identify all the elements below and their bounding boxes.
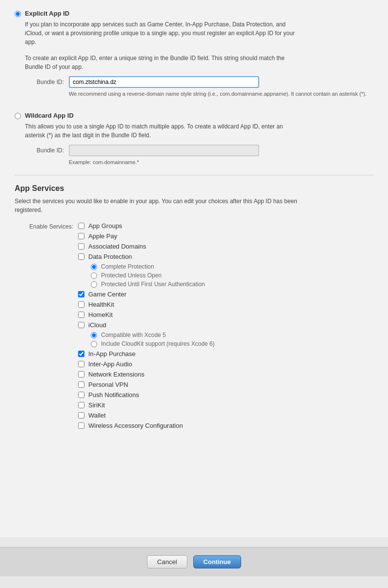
services-list: App GroupsApple PayAssociated DomainsDat… (78, 222, 373, 432)
explicit-app-title: Explicit App ID (25, 10, 373, 17)
service-item: Wallet (78, 412, 373, 419)
sub-option-label: Compatible with Xcode 5 (101, 332, 166, 338)
service-label: Apple Pay (88, 232, 117, 240)
wildcard-bundle-input[interactable] (69, 145, 259, 156)
service-label: Wireless Accessory Configuration (88, 422, 183, 429)
wildcard-app-radio[interactable] (15, 113, 21, 119)
explicit-app-radio[interactable] (15, 11, 21, 17)
service-checkbox-sirikit[interactable] (78, 402, 84, 408)
service-label: Personal VPN (88, 381, 128, 388)
explicit-app-section: Explicit App ID If you plan to incorpora… (15, 10, 373, 98)
service-item: SiriKit (78, 401, 373, 409)
service-checkbox-healthkit[interactable] (78, 301, 84, 308)
explicit-bundle-id-row: Bundle ID: (25, 76, 373, 88)
sub-radio[interactable] (91, 264, 97, 270)
wildcard-bundle-hint: Example: com.domainname.* (69, 158, 373, 167)
service-item: In-App Purchase (78, 350, 373, 357)
service-item: App Groups (78, 222, 373, 230)
service-label: SiriKit (88, 401, 105, 409)
explicit-app-option: Explicit App ID If you plan to incorpora… (15, 10, 373, 98)
service-label: Data Protection (88, 253, 132, 260)
service-checkbox-inter-app-audio[interactable] (78, 361, 84, 367)
service-label: Game Center (88, 291, 126, 298)
service-item: Wireless Accessory Configuration (78, 422, 373, 429)
service-label: In-App Purchase (88, 350, 136, 357)
service-checkbox-homekit[interactable] (78, 312, 84, 318)
service-checkbox-icloud[interactable] (78, 322, 84, 328)
sub-option: Compatible with Xcode 5 (91, 332, 373, 338)
explicit-bundle-hint: We recommend using a reverse-domain name… (69, 90, 373, 98)
service-item: Data Protection (78, 253, 373, 260)
service-checkbox-apple-pay[interactable] (78, 233, 84, 239)
wildcard-app-title: Wildcard App ID (25, 112, 373, 119)
service-label: iCloud (88, 321, 106, 329)
service-checkbox-associated-domains[interactable] (78, 243, 84, 250)
explicit-app-desc2: To create an explicit App ID, enter a un… (25, 54, 303, 71)
sub-option: Include CloudKit support (requires Xcode… (91, 340, 373, 347)
service-checkbox-push-notifications[interactable] (78, 392, 84, 398)
service-label: Wallet (88, 412, 106, 419)
explicit-bundle-label: Bundle ID: (25, 79, 64, 85)
sub-option-label: Include CloudKit support (requires Xcode… (101, 340, 215, 347)
service-checkbox-game-center[interactable] (78, 291, 84, 297)
sub-option-label: Protected Until First User Authenticatio… (101, 281, 205, 288)
sub-options-data-protection: Complete ProtectionProtected Unless Open… (91, 263, 373, 288)
sub-radio[interactable] (91, 281, 97, 288)
service-label: HomeKit (88, 311, 113, 318)
service-item: Push Notifications (78, 391, 373, 399)
service-item: Inter-App Audio (78, 360, 373, 368)
service-checkbox-wireless-accessory-configuration[interactable] (78, 422, 84, 429)
explicit-app-content: Explicit App ID If you plan to incorpora… (25, 10, 373, 98)
app-services-title: App Services (15, 184, 373, 193)
continue-button[interactable]: Continue (193, 555, 241, 568)
wildcard-bundle-id-row: Bundle ID: (25, 145, 373, 156)
sub-option: Protected Until First User Authenticatio… (91, 281, 373, 288)
sub-option-label: Protected Unless Open (101, 272, 162, 279)
sub-radio[interactable] (91, 273, 97, 279)
service-label: HealthKit (88, 301, 114, 308)
service-item: HomeKit (78, 311, 373, 318)
wildcard-app-option: Wildcard App ID This allows you to use a… (15, 112, 373, 167)
sub-options-icloud: Compatible with Xcode 5Include CloudKit … (91, 332, 373, 347)
service-checkbox-network-extensions[interactable] (78, 371, 84, 378)
service-label: Inter-App Audio (88, 360, 132, 368)
service-item: iCloud (78, 321, 373, 329)
service-item: Apple Pay (78, 232, 373, 240)
service-item: HealthKit (78, 301, 373, 308)
wildcard-app-desc: This allows you to use a single App ID t… (25, 122, 303, 140)
wildcard-bundle-label: Bundle ID: (25, 147, 64, 154)
service-checkbox-app-groups[interactable] (78, 223, 84, 229)
sub-radio[interactable] (91, 332, 97, 338)
service-checkbox-wallet[interactable] (78, 412, 84, 419)
service-label: Network Extensions (88, 371, 144, 378)
service-item: Network Extensions (78, 371, 373, 378)
app-services-desc: Select the services you would like to en… (15, 197, 312, 214)
services-row: Enable Services: App GroupsApple PayAsso… (15, 222, 373, 432)
sub-option-label: Complete Protection (101, 263, 154, 270)
service-label: App Groups (88, 222, 122, 230)
section-divider (15, 175, 373, 175)
wildcard-app-content: Wildcard App ID This allows you to use a… (25, 112, 373, 167)
service-item: Associated Domains (78, 243, 373, 250)
wildcard-app-section: Wildcard App ID This allows you to use a… (15, 112, 373, 167)
sub-option: Complete Protection (91, 263, 373, 270)
service-checkbox-personal-vpn[interactable] (78, 381, 84, 388)
service-item: Personal VPN (78, 381, 373, 388)
service-item: Game Center (78, 291, 373, 298)
explicit-app-desc1: If you plan to incorporate app services … (25, 20, 303, 46)
sub-radio[interactable] (91, 341, 97, 347)
service-label: Associated Domains (88, 243, 146, 250)
service-checkbox-in-app-purchase[interactable] (78, 351, 84, 357)
app-services-section: App Services Select the services you wou… (15, 184, 373, 432)
service-label: Push Notifications (88, 391, 139, 399)
sub-option: Protected Unless Open (91, 272, 373, 279)
service-checkbox-data-protection[interactable] (78, 253, 84, 260)
explicit-bundle-input[interactable] (69, 76, 259, 88)
cancel-button[interactable]: Cancel (147, 555, 187, 568)
footer-bar: Cancel Continue (0, 547, 388, 576)
enable-services-label: Enable Services: (15, 222, 73, 230)
